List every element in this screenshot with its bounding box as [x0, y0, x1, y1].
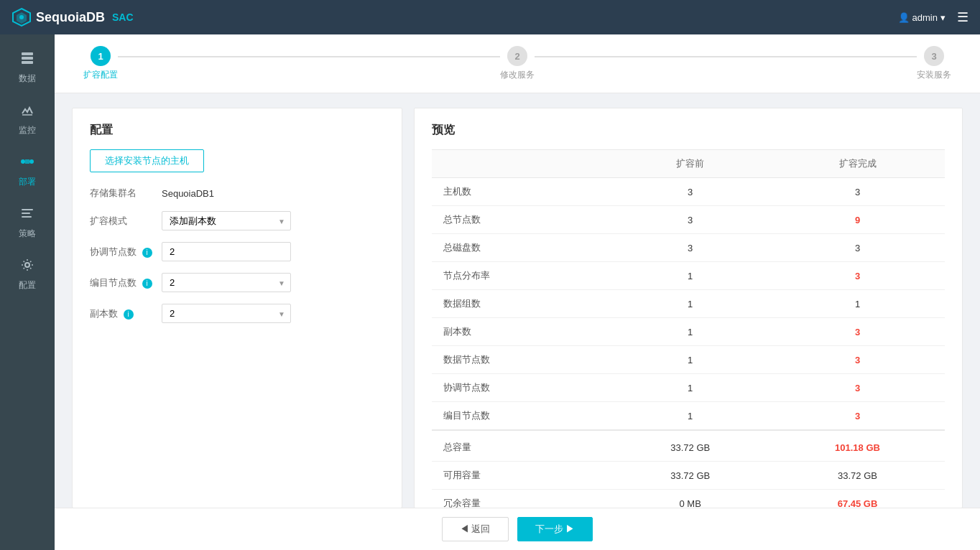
hamburger-menu-icon[interactable]: ☰ — [957, 9, 969, 25]
table-capacity-row: 总容量 33.72 GB 101.18 GB — [432, 430, 945, 462]
wizard-line-2 — [535, 56, 917, 57]
label-replica: 副本数 i — [90, 307, 162, 320]
sidebar-item-monitor[interactable]: 监控 — [0, 92, 55, 144]
form-row-replica: 副本数 i 1 2 3 ▼ — [90, 304, 384, 323]
form-row-expand-mode: 扩容模式 添加副本数 添加数据节点 ▼ — [90, 211, 384, 230]
table-row: 主机数 3 3 — [432, 178, 945, 206]
table-capacity-row: 冗余容量 0 MB 67.45 GB — [432, 490, 945, 509]
row-after: 33.72 GB — [770, 462, 945, 490]
row-after: 3 — [770, 346, 945, 374]
row-label: 数据组数 — [432, 290, 610, 318]
row-before: 1 — [610, 374, 770, 402]
coord-nodes-input[interactable] — [162, 242, 291, 261]
user-menu[interactable]: 👤 admin ▾ — [898, 12, 946, 23]
wizard-step-3-circle: 3 — [924, 46, 944, 66]
row-before: 3 — [610, 206, 770, 234]
table-row: 数据组数 1 1 — [432, 290, 945, 318]
replica-info-icon[interactable]: i — [124, 309, 134, 320]
preview-table: 扩容前 扩容完成 主机数 3 3 总节点数 3 9 总磁盘数 3 3 节点分布率… — [432, 149, 945, 508]
label-cluster-name: 存储集群名 — [90, 187, 162, 200]
row-before: 1 — [610, 318, 770, 346]
row-after: 3 — [770, 178, 945, 206]
coord-info-icon[interactable]: i — [142, 248, 152, 258]
table-row: 数据节点数 1 3 — [432, 346, 945, 374]
row-after: 3 — [770, 262, 945, 290]
row-before: 0 MB — [610, 490, 770, 509]
row-label: 可用容量 — [432, 462, 610, 490]
wizard-step-2-label: 修改服务 — [500, 69, 535, 81]
table-header-row: 扩容前 扩容完成 — [432, 150, 945, 178]
wizard-bar: 1 扩容配置 2 修改服务 3 安装服务 — [55, 34, 980, 93]
form-row-catalog-nodes: 编目节点数 i 1 2 3 ▼ — [90, 273, 384, 292]
row-before: 3 — [610, 234, 770, 262]
deploy-icon — [19, 154, 35, 173]
svg-point-8 — [29, 159, 34, 164]
catalog-nodes-select[interactable]: 1 2 3 — [162, 273, 291, 292]
back-button[interactable]: ◀ 返回 — [442, 517, 509, 541]
row-after: 3 — [770, 234, 945, 262]
row-label: 冗余容量 — [432, 490, 610, 509]
row-after: 67.45 GB — [770, 490, 945, 509]
sidebar-item-deploy[interactable]: 部署 — [0, 144, 55, 195]
config-icon — [19, 257, 35, 276]
svg-rect-11 — [22, 209, 33, 210]
expand-mode-select[interactable]: 添加副本数 添加数据节点 — [162, 211, 291, 230]
monitor-icon — [19, 102, 35, 121]
row-label: 总磁盘数 — [432, 234, 610, 262]
table-row: 协调节点数 1 3 — [432, 374, 945, 402]
strategy-icon — [19, 205, 35, 225]
content-area: 配置 选择安装节点的主机 存储集群名 SequoiaDB1 扩容模式 添加副本数… — [55, 93, 980, 523]
sidebar-item-config[interactable]: 配置 — [0, 247, 55, 299]
row-after: 101.18 GB — [770, 430, 945, 462]
value-cluster-name: SequoiaDB1 — [162, 188, 214, 199]
brand-area: SequoiaDB SAC — [11, 7, 134, 27]
catalog-info-icon[interactable]: i — [142, 279, 152, 289]
col-header-before: 扩容前 — [610, 150, 770, 178]
row-after: 3 — [770, 318, 945, 346]
sidebar-item-strategy[interactable]: 策略 — [0, 195, 55, 247]
svg-point-7 — [21, 159, 25, 164]
wizard-step-1-circle: 1 — [91, 46, 111, 66]
row-before: 1 — [610, 346, 770, 374]
row-before: 33.72 GB — [610, 430, 770, 462]
replica-select[interactable]: 1 2 3 — [162, 304, 291, 323]
label-coord-nodes: 协调节点数 i — [90, 246, 162, 258]
row-before: 33.72 GB — [610, 462, 770, 490]
select-host-button[interactable]: 选择安装节点的主机 — [90, 149, 204, 172]
app-name: SequoiaDB — [36, 10, 105, 25]
table-row: 副本数 1 3 — [432, 318, 945, 346]
row-label: 主机数 — [432, 178, 610, 206]
col-header-label — [432, 150, 610, 178]
data-icon — [19, 50, 35, 70]
next-button[interactable]: 下一步 ▶ — [517, 517, 593, 541]
sidebar-item-strategy-label: 策略 — [19, 228, 36, 240]
svg-rect-5 — [22, 61, 33, 64]
wizard-step-2-circle: 2 — [507, 46, 527, 66]
table-row: 节点分布率 1 3 — [432, 262, 945, 290]
user-dropdown-icon: ▾ — [940, 12, 946, 23]
top-navigation: SequoiaDB SAC 👤 admin ▾ ☰ — [0, 0, 980, 34]
table-row: 总节点数 3 9 — [432, 206, 945, 234]
row-label: 编目节点数 — [432, 402, 610, 431]
sidebar-item-data-label: 数据 — [19, 73, 36, 85]
svg-rect-3 — [22, 52, 33, 55]
preview-panel: 预览 扩容前 扩容完成 主机数 3 3 总节点数 3 9 总磁 — [414, 108, 963, 508]
form-row-coord-nodes: 协调节点数 i — [90, 242, 384, 261]
row-before: 1 — [610, 402, 770, 431]
sidebar-item-deploy-label: 部署 — [19, 176, 36, 188]
table-row: 编目节点数 1 3 — [432, 402, 945, 431]
label-catalog-nodes: 编目节点数 i — [90, 276, 162, 289]
sidebar-item-data[interactable]: 数据 — [0, 40, 55, 92]
wizard-step-1-label: 扩容配置 — [83, 69, 118, 81]
user-icon: 👤 — [898, 12, 910, 23]
svg-rect-4 — [22, 57, 33, 60]
wizard-step-2: 2 修改服务 — [500, 46, 535, 81]
row-label: 数据节点数 — [432, 346, 610, 374]
wizard-step-3-label: 安装服务 — [917, 69, 951, 81]
wizard-step-1: 1 扩容配置 — [83, 46, 118, 81]
row-before: 3 — [610, 178, 770, 206]
sac-badge: SAC — [112, 11, 134, 23]
row-after: 9 — [770, 206, 945, 234]
label-expand-mode: 扩容模式 — [90, 215, 162, 228]
col-header-after: 扩容完成 — [770, 150, 945, 178]
